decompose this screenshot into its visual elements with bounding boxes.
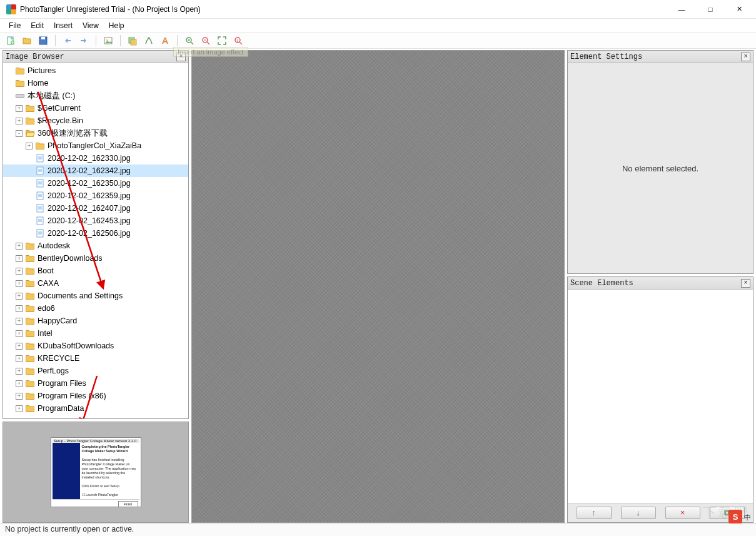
svg-rect-26: [38, 219, 42, 222]
canvas-area[interactable]: [191, 50, 565, 523]
image-browser-body[interactable]: PicturesHome本地磁盘 (C:)+$GetCurrent+$Recyc…: [3, 63, 188, 418]
tree-item[interactable]: +edo6: [3, 302, 188, 315]
open-button[interactable]: [20, 34, 34, 47]
tree-item[interactable]: 2020-12-02_162506.jpg: [3, 227, 188, 240]
tree-item[interactable]: +ProgramData: [3, 402, 188, 415]
element-settings-header: Element Settings ×: [568, 51, 753, 63]
expand-icon[interactable]: +: [16, 305, 23, 312]
tree-item-label: 2020-12-02_162330.jpg: [48, 152, 131, 164]
expand-icon[interactable]: +: [16, 318, 23, 325]
new-button[interactable]: [4, 34, 18, 47]
tree-item[interactable]: +PhotoTanglerCol_XiaZaiBa: [3, 139, 188, 152]
expand-icon[interactable]: +: [16, 368, 23, 375]
element-settings-body: No element selected.: [568, 63, 753, 273]
folder-icon: [25, 366, 35, 376]
expand-icon[interactable]: +: [16, 118, 23, 124]
scene-move-up-button[interactable]: ↑: [577, 507, 612, 519]
thumbnail-preview[interactable]: Setup - PhotoTangler Collage Maker versi…: [51, 437, 141, 507]
scene-elements-buttons: ↑ ↓ × ⧉: [568, 503, 753, 522]
file-icon: [35, 166, 45, 176]
expand-icon[interactable]: +: [16, 380, 23, 387]
tooltip: Insert an image effect: [173, 47, 248, 57]
menu-insert[interactable]: Insert: [49, 20, 78, 31]
tree-item[interactable]: +Program Files (x86): [3, 390, 188, 402]
menu-help[interactable]: Help: [104, 20, 129, 31]
tree-item[interactable]: +KDubaSoftDownloads: [3, 340, 188, 352]
expand-icon[interactable]: +: [16, 330, 23, 337]
folder-icon: [15, 78, 25, 88]
collapse-icon[interactable]: -: [16, 130, 23, 137]
tree-item-label: Autodesk: [38, 240, 70, 252]
expand-icon[interactable]: +: [16, 105, 23, 112]
tree-item[interactable]: +Documents and Settings: [3, 290, 188, 302]
menu-view[interactable]: View: [78, 20, 104, 31]
tree-item[interactable]: 2020-12-02_162330.jpg: [3, 152, 188, 164]
expand-icon[interactable]: +: [16, 393, 23, 400]
expand-icon[interactable]: +: [16, 293, 23, 300]
folder-icon: [25, 303, 35, 313]
scene-move-down-button[interactable]: ↓: [621, 507, 656, 519]
scene-delete-button[interactable]: ×: [665, 507, 700, 519]
tree-item[interactable]: Pictures: [3, 64, 188, 77]
expand-icon[interactable]: +: [16, 280, 23, 287]
expand-icon[interactable]: +: [16, 268, 23, 275]
svg-point-8: [148, 38, 150, 39]
close-button[interactable]: ✕: [725, 0, 753, 19]
tree-item[interactable]: +Intel: [3, 327, 188, 340]
expand-icon[interactable]: +: [16, 405, 23, 412]
zoom-actual-button[interactable]: 1: [231, 34, 245, 47]
expand-icon[interactable]: +: [16, 255, 23, 262]
panel-close-button[interactable]: ×: [741, 53, 750, 61]
folder-icon: [25, 103, 35, 113]
expand-icon[interactable]: +: [16, 355, 23, 362]
tree-item[interactable]: -360极速浏览器下载: [3, 127, 188, 139]
zoom-in-button[interactable]: [183, 34, 196, 47]
save-button[interactable]: [36, 34, 50, 47]
menu-edit[interactable]: Edit: [26, 20, 49, 31]
menu-file[interactable]: File: [4, 20, 26, 31]
scene-elements-list[interactable]: [568, 290, 753, 503]
expand-icon[interactable]: +: [16, 343, 23, 350]
tree-item[interactable]: +$Recycle.Bin: [3, 114, 188, 127]
tree-item[interactable]: 2020-12-02_162453.jpg: [3, 215, 188, 227]
redo-button[interactable]: [77, 34, 91, 47]
ime-dock[interactable]: S 中: [728, 510, 756, 525]
tree-item[interactable]: 2020-12-02_162342.jpg: [3, 164, 188, 177]
svg-rect-3: [41, 37, 45, 39]
tree-item[interactable]: +$GetCurrent: [3, 102, 188, 114]
tree-item-label: KRECYCLE: [38, 352, 79, 365]
tree-item[interactable]: 2020-12-02_162350.jpg: [3, 177, 188, 190]
effect-button-1[interactable]: [126, 34, 139, 47]
tree-item[interactable]: Home: [3, 77, 188, 89]
tree-item[interactable]: 本地磁盘 (C:): [3, 89, 188, 102]
insert-image-button[interactable]: [101, 34, 115, 47]
tree-item-label: 本地磁盘 (C:): [28, 89, 75, 102]
ime-label: 中: [744, 513, 751, 522]
tree-item[interactable]: 2020-12-02_162359.jpg: [3, 190, 188, 202]
maximize-button[interactable]: □: [696, 0, 725, 19]
tree-item[interactable]: +Boot: [3, 265, 188, 277]
expand-icon[interactable]: +: [16, 243, 23, 250]
tree-item[interactable]: +PerfLogs: [3, 365, 188, 377]
tree-item[interactable]: 2020-12-02_162407.jpg: [3, 202, 188, 215]
ime-icon[interactable]: S: [728, 510, 742, 523]
expand-icon[interactable]: +: [26, 143, 33, 149]
zoom-out-button[interactable]: [199, 34, 213, 47]
effect-button-2[interactable]: [142, 34, 156, 47]
tree-item[interactable]: +BentleyDownloads: [3, 252, 188, 265]
tree-item[interactable]: +Autodesk: [3, 240, 188, 252]
tree-item[interactable]: +Program Files: [3, 377, 188, 390]
tree-item-label: PhotoTanglerCol_XiaZaiBa: [48, 139, 141, 152]
text-button[interactable]: [158, 34, 172, 47]
file-icon: [35, 191, 45, 201]
tree-item[interactable]: +CAXA: [3, 277, 188, 290]
panel-close-button[interactable]: ×: [741, 279, 750, 288]
center-column: [191, 50, 565, 523]
expander-spacer: [26, 168, 33, 174]
undo-button[interactable]: [61, 34, 74, 47]
tree-item[interactable]: +HappyCard: [3, 315, 188, 327]
scene-elements-title: Scene Elements: [570, 279, 633, 288]
tree-item[interactable]: +KRECYCLE: [3, 352, 188, 365]
zoom-fit-button[interactable]: [215, 34, 229, 47]
minimize-button[interactable]: —: [667, 0, 696, 19]
